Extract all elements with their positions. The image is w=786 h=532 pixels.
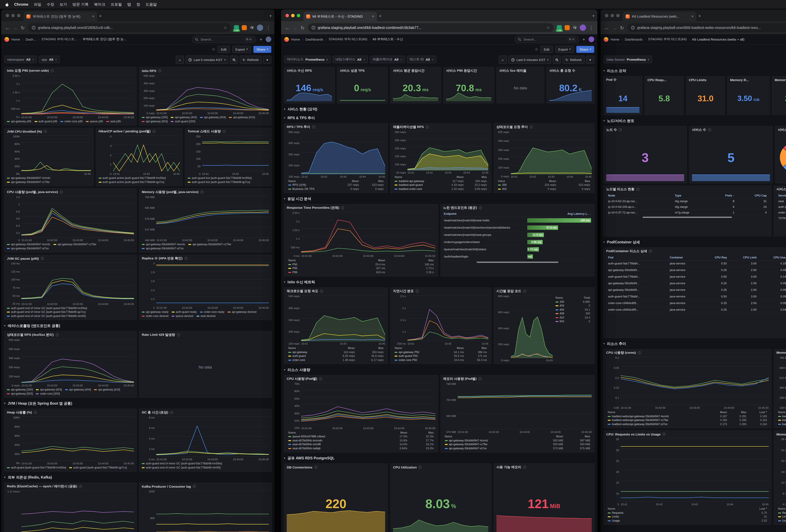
window-minimize-button[interactable] xyxy=(291,14,295,17)
section-header[interactable]: ▾노드/서비스 분포 xyxy=(603,117,786,124)
legend-column-header[interactable]: Name xyxy=(606,410,709,414)
legend-column-header[interactable]: Max xyxy=(361,179,385,183)
time-range-picker[interactable]: Last 5 minutes KST▾ xyxy=(185,56,228,64)
section-header[interactable]: ▾공유 AWS RDS PostgreSQL xyxy=(284,455,595,462)
legend-item[interactable]: auth-guard end of minor GC [auth-guard-5… xyxy=(7,306,87,310)
legend-column-header[interactable]: Value xyxy=(496,179,524,183)
menu-item[interactable]: 보기 xyxy=(60,2,67,7)
panel-header[interactable]: CPU: Requests vs Limits vs Usagei xyxy=(604,431,771,437)
panel-header[interactable]: Memory 사용량i xyxy=(774,349,786,356)
section-header[interactable]: ▾서비스 현황 (요약) xyxy=(284,106,595,113)
legend-column-header[interactable]: Name xyxy=(606,507,710,511)
legend-item[interactable]: auth-guard end of minor GC [auth-guard-5… xyxy=(142,466,221,469)
legend-row[interactable]: Requests5.75 xyxy=(606,511,768,515)
legend-row[interactable]: Requests3.50 GiB xyxy=(777,511,786,515)
refresh-interval-dropdown[interactable]: ▾ xyxy=(586,56,594,64)
legend-item[interactable]: api-gateway-59cbfd4947-rz79w xyxy=(53,243,96,246)
window-minimize-button[interactable] xyxy=(610,14,614,17)
legend-item[interactable]: order-core ready xyxy=(200,310,225,314)
reload-button[interactable]: ↻ xyxy=(301,25,304,30)
menu-item[interactable]: 창 xyxy=(136,2,140,7)
legend-item[interactable]: seat p95 xyxy=(106,120,121,123)
legend-item[interactable]: api-gateway [404] xyxy=(200,116,226,119)
legend-column-header[interactable]: Max xyxy=(565,435,592,438)
legend-item[interactable]: order-core p95 xyxy=(60,120,83,123)
panel-header[interactable]: 상태코드별 요청 추이i xyxy=(494,123,594,130)
pie-slice[interactable] xyxy=(780,148,786,167)
legend-item[interactable]: api-gateway-59cbfd4947-rz79w xyxy=(188,243,231,246)
legend-row[interactable]: 409300 xyxy=(554,311,592,316)
breadcrumb-item[interactable]: STAGING 부하 테스트(k6) xyxy=(329,37,367,42)
grafana-logo[interactable] xyxy=(604,37,608,42)
breadcrumb-item[interactable]: Home xyxy=(11,38,20,41)
section-header[interactable]: ▾Istio 수신 메트릭 xyxy=(284,279,595,285)
new-tab-button[interactable]: + xyxy=(99,13,102,19)
legend-row[interactable]: seat-d67bb994c-tw8q69.84%29.3% xyxy=(287,446,435,450)
panel-header[interactable]: Rate Limit 429 발생량i xyxy=(139,331,271,338)
column-header[interactable]: Endpoint xyxy=(444,212,457,215)
legend-row[interactable]: api-gateway P5064.1 ms386 ms xyxy=(393,350,488,354)
section-header[interactable]: ▾리소스 요약 xyxy=(603,67,786,74)
back-button[interactable]: ← xyxy=(604,25,609,30)
menu-item[interactable]: 북마크 xyxy=(94,2,105,7)
forward-button[interactable]: → xyxy=(13,25,18,30)
legend-column-header[interactable]: Mean xyxy=(383,431,409,435)
legend-row[interactable]: api-gateway-59cbfd4947-rz79w559 MiB559 M… xyxy=(443,442,592,446)
legend-item[interactable]: api-gateway p95 xyxy=(7,120,31,123)
window-minimize-button[interactable] xyxy=(11,14,15,17)
user-avatar[interactable] xyxy=(266,37,271,42)
panel-header[interactable]: JVM CPU throttled (%)i xyxy=(4,128,93,135)
panel-header[interactable]: DB Connectionsi xyxy=(284,464,388,470)
legend-column-header[interactable]: Name xyxy=(554,296,574,300)
remove-filter-icon[interactable]: × xyxy=(400,58,402,61)
legend-row[interactable]: 2006.89K xyxy=(554,300,592,304)
panel-header[interactable]: 서비스 5xx 에러율 xyxy=(497,67,544,74)
panel-header[interactable]: 상태코드별 RPS (4xx/5xx 분리)i xyxy=(4,331,136,338)
forward-button[interactable]: → xyxy=(612,25,617,30)
bookmark-star-icon[interactable]: ☆ xyxy=(224,25,227,30)
panel-header[interactable]: Heap 사용률 (%)i xyxy=(4,409,136,416)
new-tab-button[interactable]: + xyxy=(379,13,382,19)
legend-item[interactable]: auth-guard live [auth-guard-5dc778dd48-h… xyxy=(188,177,252,180)
legend-row[interactable]: order-core1.38 req/s6.17 req/s xyxy=(287,358,385,362)
legend-row[interactable]: 41024.4 xyxy=(554,316,592,320)
legend-column-header[interactable]: Mean xyxy=(538,435,565,438)
window-zoom-button[interactable] xyxy=(616,14,620,17)
legend-row[interactable]: seat-d67bb994c-bmmdn10.8%27.7% xyxy=(287,438,435,442)
breadcrumb-item[interactable]: k6 부하테스트 - 수신 xyxy=(373,37,403,42)
window-zoom-button[interactable] xyxy=(297,14,300,17)
legend-row[interactable]: api-gateway-59cbfd4947-st7sn573 MiB575 M… xyxy=(443,446,592,450)
grafana-logo[interactable] xyxy=(284,37,289,42)
refresh-button[interactable]: ↻Refresh xyxy=(563,56,584,64)
remove-filter-icon[interactable]: × xyxy=(32,58,34,61)
profile-avatar[interactable] xyxy=(257,25,263,31)
legend-item[interactable]: auth-guard [200] xyxy=(171,120,195,123)
column-header[interactable]: Pod xyxy=(606,255,668,260)
legend-row[interactable]: loadtest-webs/api-gateway-59cbfd4947-st7… xyxy=(606,422,768,426)
legend-item[interactable]: api-gateway [403] xyxy=(171,116,197,119)
legend-row[interactable]: P95327 ms1.73 s xyxy=(287,266,435,270)
refresh-button[interactable]: ↻Refresh xyxy=(240,56,261,64)
panel-header[interactable]: 서비스 P95 응답시간 xyxy=(444,67,494,74)
legend-item[interactable]: order-core [200] xyxy=(36,392,60,396)
legend-row[interactable]: 200224 req/s510 req/s xyxy=(496,183,592,187)
apple-menu-icon[interactable] xyxy=(5,2,9,7)
window-close-button[interactable] xyxy=(285,14,289,17)
legend-column-header[interactable]: Last * xyxy=(748,410,768,414)
legend-column-header[interactable]: Total xyxy=(574,296,592,300)
panel-header[interactable]: 서비스 수i xyxy=(690,126,772,133)
legend-column-header[interactable]: Name xyxy=(777,507,786,511)
collapse-rows-button[interactable]: « xyxy=(499,56,507,64)
legend-item[interactable]: api-gateway ready xyxy=(142,310,168,314)
legend-column-header[interactable]: Max xyxy=(387,258,435,262)
browser-menu-icon[interactable]: ⋮ xyxy=(266,25,271,30)
browser-tab[interactable]: K6 Loadtest Resources (web...× xyxy=(623,11,696,21)
panel-header[interactable]: CPU Limits xyxy=(686,76,725,83)
panel-header[interactable]: Memory: Requests vs Limits vs Usagei xyxy=(774,431,786,437)
legend-item[interactable]: api-gateway [404] xyxy=(65,388,91,392)
legend-item[interactable]: api-gateway-59cbfd4947-4xm4z xyxy=(7,243,50,246)
search-input[interactable]: Search...⌘+K xyxy=(192,36,256,43)
section-header[interactable]: ▾에러/스로틀링 (엔드포인트 공통) xyxy=(4,322,272,329)
legend-column-header[interactable]: Mean xyxy=(709,410,729,414)
edit-button[interactable]: Edit xyxy=(218,46,230,53)
